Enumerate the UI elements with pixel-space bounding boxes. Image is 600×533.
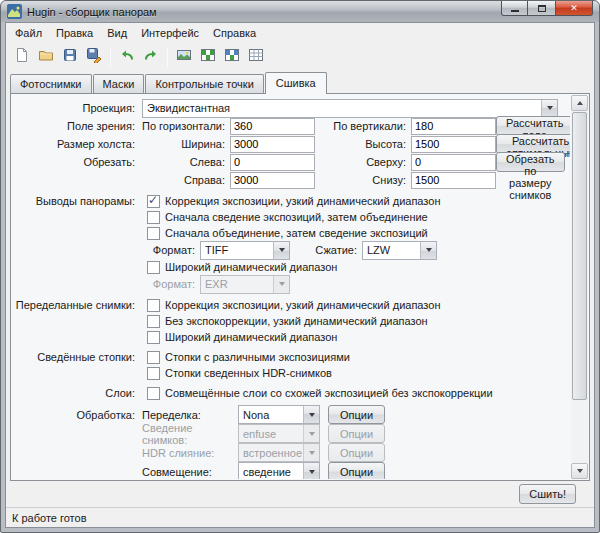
save-project-as-button[interactable] xyxy=(82,45,106,69)
canvas-height-input[interactable] xyxy=(411,136,496,153)
tab-stitcher[interactable]: Сшивка xyxy=(265,72,327,94)
canvas-size-row: Размер холста: Ширина: Высота: Рассчитат… xyxy=(12,135,570,153)
tab-photos[interactable]: Фотоснимки xyxy=(10,74,92,93)
checkbox-exposure-corrected-ldr[interactable] xyxy=(147,195,160,208)
tab-masks[interactable]: Маски xyxy=(93,74,145,93)
undo-button[interactable] xyxy=(115,45,139,69)
menu-view[interactable]: Вид xyxy=(100,25,134,41)
redo-button[interactable] xyxy=(139,45,163,69)
crop-top-label: Сверху: xyxy=(331,156,411,168)
calculate-fov-button[interactable]: Рассчитать поле зрения xyxy=(496,116,570,136)
show-control-points-button[interactable] xyxy=(244,45,268,69)
toolbar-separator xyxy=(167,47,168,67)
notebook: Фотоснимки Маски Контрольные точки Сшивк… xyxy=(10,72,590,481)
checkbox-remapped-exposure-ldr[interactable] xyxy=(147,299,160,312)
checkbox-remapped-hdr[interactable] xyxy=(147,331,160,344)
blending-dropdown[interactable]: сведение xyxy=(238,462,320,479)
blending-options-button[interactable]: Опции xyxy=(328,462,385,479)
toolbar-separator xyxy=(110,47,111,67)
scroll-down-button[interactable] xyxy=(571,463,588,479)
canvas-height-label: Высота: xyxy=(331,138,411,150)
projection-dropdown[interactable]: Эквидистантная xyxy=(142,99,558,118)
app-icon xyxy=(7,4,22,19)
crop-right-input[interactable] xyxy=(230,172,315,189)
redo-icon xyxy=(143,47,159,66)
crop-left-label: Слева: xyxy=(142,156,230,168)
hdr-format-dropdown: EXR xyxy=(200,275,290,294)
crop-label: Обрезать: xyxy=(12,156,142,168)
chevron-down-icon xyxy=(273,242,289,259)
menu-interface[interactable]: Интерфейс xyxy=(134,25,206,41)
remapped-row-2: Без экспокоррекции, узкий динамический д… xyxy=(12,313,570,329)
hdr-merge-options-button: Опции xyxy=(328,443,385,462)
chevron-down-icon xyxy=(420,242,436,259)
menu-file[interactable]: Файл xyxy=(8,25,49,41)
image-fusion-dropdown: enfuse xyxy=(238,424,320,443)
maximize-button[interactable] xyxy=(528,1,555,16)
crop-left-input[interactable] xyxy=(230,154,315,171)
open-project-button[interactable] xyxy=(34,45,58,69)
checkbox-blended-then-fused[interactable] xyxy=(147,227,160,240)
preview-panorama-button[interactable] xyxy=(196,45,220,69)
minimize-button[interactable] xyxy=(501,1,528,16)
crop-to-images-button[interactable]: Обрезать по размеру снимков xyxy=(496,152,565,172)
stitch-button[interactable]: Сшить! xyxy=(519,484,576,504)
chevron-down-icon xyxy=(303,463,319,479)
arrow-up-icon xyxy=(577,101,583,105)
checkbox-stacks-hdr-merged[interactable] xyxy=(147,367,160,380)
image-fusion-options-button: Опции xyxy=(328,424,385,443)
projection-label: Проекция: xyxy=(12,102,142,114)
crop-bottom-input[interactable] xyxy=(411,172,496,189)
stacks-row-1: Сведённые стопки: Стопки с различными эк… xyxy=(12,349,570,365)
tab-control-points[interactable]: Контрольные точки xyxy=(145,74,263,93)
menu-edit[interactable]: Правка xyxy=(49,25,100,41)
remapped-label: Переделанные снимки: xyxy=(12,299,142,311)
scroll-up-button[interactable] xyxy=(571,95,588,111)
crop-right-label: Справа: xyxy=(142,174,230,186)
open-project-icon xyxy=(38,47,54,66)
calculate-optimal-size-button[interactable]: Рассчитать оптимальный размер xyxy=(496,134,570,154)
canvas-width-input[interactable] xyxy=(230,136,315,153)
stitcher-panel: Проекция: Эквидистантная Поле зрения: По… xyxy=(10,93,590,481)
save-project-as-icon xyxy=(86,47,102,66)
scrollbar-thumb[interactable] xyxy=(572,112,587,400)
chevron-down-icon xyxy=(541,100,557,117)
fov-row: Поле зрения: По горизонтали: По вертикал… xyxy=(12,117,570,135)
remapper-options-button[interactable]: Опции xyxy=(328,405,385,424)
processing-hdr-merge-row: HDR слияние: встроенное Опции xyxy=(12,443,570,462)
processing-blender-row: Сведение снимков: enfuse Опции xyxy=(12,424,570,443)
output-fused-blended-row: Сначала сведение экспозиций, затем объед… xyxy=(12,209,570,225)
remapped-row-3: Широкий динамический диапазон xyxy=(12,329,570,345)
crop-top-input[interactable] xyxy=(411,154,496,171)
remapped-row-1: Переделанные снимки: Коррекция экспозици… xyxy=(12,297,570,313)
fov-vertical-input[interactable] xyxy=(411,118,496,135)
output-blended-fused-row: Сначала объединение, затем сведение эксп… xyxy=(12,225,570,241)
undo-icon xyxy=(119,47,135,66)
compression-dropdown[interactable]: LZW xyxy=(362,241,437,260)
ldr-format-dropdown[interactable]: TIFF xyxy=(200,241,290,260)
format-label: Формат: xyxy=(142,244,200,256)
add-images-icon xyxy=(176,47,192,66)
stitcher-form: Проекция: Эквидистантная Поле зрения: По… xyxy=(12,95,570,479)
canvas-width-label: Ширина: xyxy=(142,138,230,150)
checkbox-stacks-varying-exposure[interactable] xyxy=(147,351,160,364)
save-project-button[interactable] xyxy=(58,45,82,69)
remapper-dropdown[interactable]: Nona xyxy=(238,405,320,424)
window-title: Hugin - сборщик панорам xyxy=(27,6,157,18)
checkbox-blended-layers[interactable] xyxy=(147,387,160,400)
tab-strip: Фотоснимки Маски Контрольные точки Сшивк… xyxy=(10,72,590,93)
menu-help[interactable]: Справка xyxy=(206,25,263,41)
add-images-button[interactable] xyxy=(172,45,196,69)
checkbox-fused-then-blended[interactable] xyxy=(147,211,160,224)
checkbox-remapped-no-exposure[interactable] xyxy=(147,315,160,328)
titlebar[interactable]: Hugin - сборщик панорам ✕ xyxy=(1,1,599,22)
vertical-scrollbar[interactable] xyxy=(571,95,588,479)
close-button[interactable]: ✕ xyxy=(555,1,593,16)
fast-preview-panorama-button[interactable] xyxy=(220,45,244,69)
fov-horizontal-input[interactable] xyxy=(230,118,315,135)
client-area: Файл Правка Вид Интерфейс Справка xyxy=(5,22,595,528)
new-project-button[interactable] xyxy=(10,45,34,69)
window-controls: ✕ xyxy=(501,1,593,16)
hdr-format-label: Формат: xyxy=(142,278,200,290)
checkbox-hdr-output[interactable] xyxy=(147,261,160,274)
